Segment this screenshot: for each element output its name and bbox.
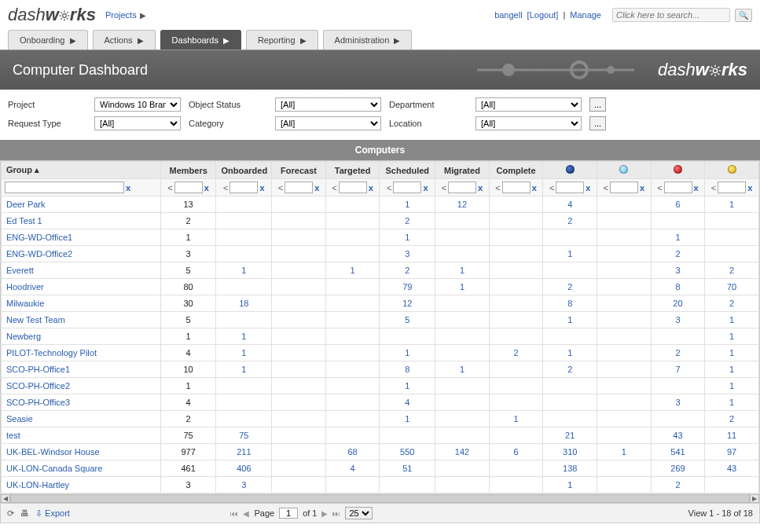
tab-actions[interactable]: Actions▶	[93, 30, 156, 50]
value-link[interactable]: 1	[241, 365, 246, 374]
value-link[interactable]: 138	[563, 464, 577, 473]
col-status-gold[interactable]	[705, 162, 759, 179]
filter-op-icon[interactable]: <	[442, 183, 446, 193]
column-filter-input[interactable]	[718, 182, 746, 193]
search-input[interactable]	[616, 10, 726, 20]
group-link[interactable]: SCO-PH-Office3	[6, 398, 70, 407]
value-link[interactable]: 211	[237, 447, 251, 457]
value-link[interactable]: 2	[567, 216, 572, 226]
value-link[interactable]: 8	[405, 365, 409, 374]
column-filter-input[interactable]	[229, 182, 258, 193]
value-link[interactable]: 12	[457, 200, 467, 209]
value-link[interactable]: 2	[729, 299, 734, 308]
group-link[interactable]: Newberg	[6, 332, 41, 341]
group-link[interactable]: Seasie	[6, 414, 33, 424]
value-link[interactable]: 1	[567, 480, 572, 490]
pager-last-icon[interactable]: ⏭	[332, 509, 340, 518]
col-complete[interactable]: Complete	[489, 162, 543, 179]
value-link[interactable]: 1	[729, 398, 734, 407]
filter-select-project[interactable]: Windows 10 Branch Up	[94, 97, 181, 112]
value-link[interactable]: 310	[563, 447, 577, 457]
col-group[interactable]: Group ▴	[2, 162, 161, 179]
filter-select-object-status[interactable]: [All]	[275, 97, 381, 112]
filter-select-category[interactable]: [All]	[275, 116, 381, 130]
scroll-right-icon[interactable]: ▶	[750, 494, 759, 503]
value-link[interactable]: 43	[727, 464, 736, 473]
scroll-left-icon[interactable]: ◀	[1, 494, 10, 503]
tab-administration[interactable]: Administration▶	[323, 30, 413, 50]
value-link[interactable]: 1	[460, 365, 464, 374]
value-link[interactable]: 2	[675, 249, 680, 259]
filter-clear-icon[interactable]: x	[369, 183, 373, 193]
pager-size-select[interactable]: 25	[345, 507, 373, 519]
filter-op-icon[interactable]: <	[711, 183, 716, 193]
tab-dashboards[interactable]: Dashboards▶	[160, 30, 241, 50]
search-button[interactable]: 🔍	[735, 9, 752, 22]
filter-op-icon[interactable]: <	[387, 183, 391, 193]
value-link[interactable]: 4	[567, 200, 572, 209]
group-link[interactable]: SCO-PH-Office2	[6, 381, 70, 391]
value-link[interactable]: 3	[675, 315, 680, 325]
value-link[interactable]: 1	[567, 249, 572, 259]
filter-op-icon[interactable]: <	[278, 183, 283, 193]
print-icon[interactable]: 🖶	[20, 508, 29, 518]
value-link[interactable]: 1	[729, 381, 734, 391]
value-link[interactable]: 1	[405, 414, 409, 424]
tab-reporting[interactable]: Reporting▶	[246, 30, 318, 50]
scroll-thumb[interactable]	[10, 494, 750, 503]
refresh-icon[interactable]: ⟳	[7, 508, 14, 519]
value-link[interactable]: 5	[405, 315, 409, 325]
value-link[interactable]: 75	[239, 431, 248, 440]
col-status-navy[interactable]	[543, 162, 597, 179]
tab-onboarding[interactable]: Onboarding▶	[8, 30, 88, 50]
col-members[interactable]: Members	[160, 162, 216, 179]
group-link[interactable]: PILOT-Technology Pilot	[6, 348, 97, 358]
column-filter-input[interactable]	[448, 182, 476, 193]
value-link[interactable]: 7	[675, 365, 680, 374]
filter-more-button[interactable]: ...	[589, 116, 606, 130]
group-link[interactable]: ENG-WD-Office1	[6, 233, 72, 242]
filter-op-icon[interactable]: <	[223, 183, 228, 193]
value-link[interactable]: 1	[567, 348, 572, 358]
column-filter-input[interactable]	[502, 182, 531, 193]
column-filter-input[interactable]	[174, 182, 203, 193]
export-link[interactable]: ⇩ Export	[35, 508, 70, 519]
value-link[interactable]: 43	[673, 431, 682, 440]
value-link[interactable]: 1	[241, 332, 246, 341]
group-link[interactable]: Milwaukie	[6, 299, 44, 308]
filter-select-department[interactable]: [All]	[475, 97, 582, 112]
value-link[interactable]: 79	[402, 282, 412, 292]
value-link[interactable]: 11	[727, 431, 736, 440]
value-link[interactable]: 269	[670, 464, 685, 473]
filter-clear-icon[interactable]: x	[478, 183, 483, 193]
filter-clear-icon[interactable]: x	[532, 183, 537, 193]
col-status-sky[interactable]	[597, 162, 652, 179]
pager-prev-icon[interactable]: ◀	[243, 509, 249, 518]
filter-clear-icon[interactable]: x	[747, 183, 752, 193]
filter-op-icon[interactable]: <	[604, 183, 608, 193]
group-link[interactable]: SCO-PH-Office1	[6, 365, 70, 374]
filter-op-icon[interactable]: <	[549, 183, 554, 193]
filter-more-button[interactable]: ...	[589, 97, 606, 112]
column-filter-input[interactable]	[664, 182, 692, 193]
col-onboarded[interactable]: Onboarded	[216, 162, 272, 179]
value-link[interactable]: 3	[405, 249, 409, 259]
filter-clear-icon[interactable]: x	[694, 183, 699, 193]
value-link[interactable]: 97	[727, 447, 736, 457]
value-link[interactable]: 1	[729, 348, 734, 358]
logout-link[interactable]: [Logout]	[527, 10, 559, 20]
projects-link[interactable]: Projects	[105, 10, 137, 20]
filter-clear-icon[interactable]: x	[423, 183, 428, 193]
pager-next-icon[interactable]: ▶	[321, 509, 328, 518]
col-targeted[interactable]: Targeted	[325, 162, 380, 179]
value-link[interactable]: 1	[729, 200, 734, 209]
filter-clear-icon[interactable]: x	[586, 183, 590, 193]
value-link[interactable]: 1	[622, 447, 626, 457]
value-link[interactable]: 4	[405, 398, 409, 407]
filter-select-location[interactable]: [All]	[475, 116, 582, 130]
value-link[interactable]: 2	[567, 282, 572, 292]
value-link[interactable]: 21	[565, 431, 575, 440]
group-link[interactable]: Everett	[6, 266, 34, 275]
value-link[interactable]: 3	[241, 480, 246, 490]
horizontal-scrollbar[interactable]: ◀ ▶	[1, 493, 759, 503]
